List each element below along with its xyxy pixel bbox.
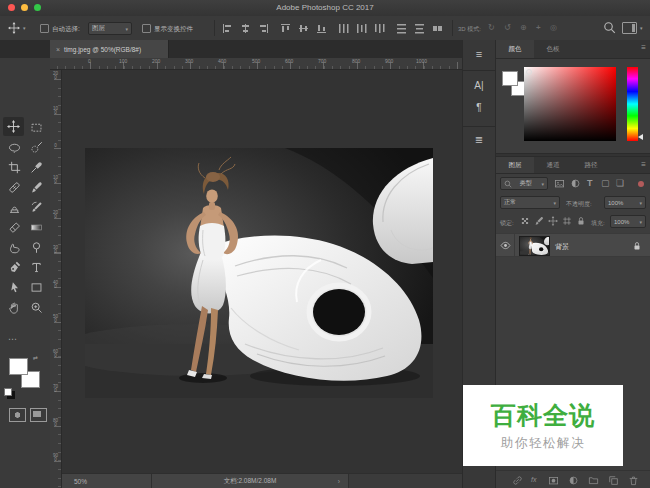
tab-color[interactable]: 颜色 — [496, 40, 534, 58]
brush-tool[interactable] — [26, 178, 46, 196]
filter-pixel-layers-icon[interactable] — [554, 178, 565, 189]
rectangular-marquee-tool[interactable] — [26, 118, 46, 136]
document-size-status[interactable]: 文档:2.08M/2.08M › — [152, 474, 349, 488]
zoom-level-field[interactable]: 50% — [62, 474, 152, 488]
screen-mode-icon[interactable] — [30, 408, 47, 422]
layer-name[interactable]: 背景 — [555, 242, 569, 252]
eraser-tool[interactable] — [4, 218, 24, 236]
dodge-tool[interactable] — [26, 238, 46, 256]
document-tab[interactable]: × timg.jpeg @ 50%(RGB/8#) — [50, 40, 169, 58]
layer-style-icon[interactable]: fx — [531, 476, 536, 483]
new-adjustment-layer-icon[interactable] — [568, 475, 579, 486]
rectangle-shape-tool[interactable] — [26, 278, 46, 296]
distribute-left-icon[interactable] — [338, 23, 349, 34]
document-image[interactable] — [85, 148, 433, 398]
lasso-tool[interactable] — [4, 138, 24, 156]
edit-toolbar-icon[interactable]: ⋯ — [8, 334, 17, 344]
zoom-tool[interactable] — [26, 298, 46, 316]
path-selection-tool[interactable] — [4, 278, 24, 296]
lock-position-icon[interactable] — [548, 216, 558, 226]
layer-visibility-toggle[interactable] — [496, 234, 515, 256]
tool-preset-chevron-icon[interactable]: ▾ — [23, 25, 26, 31]
align-bottom-edges-icon[interactable] — [316, 23, 327, 34]
new-layer-icon[interactable] — [608, 475, 619, 486]
tab-paths[interactable]: 路径 — [572, 157, 610, 173]
foreground-color-swatch-small[interactable] — [502, 71, 518, 86]
gradient-tool[interactable] — [26, 218, 46, 236]
type-tool[interactable] — [26, 258, 46, 276]
foreground-color-swatch[interactable] — [9, 358, 28, 375]
chevron-down-icon: ▾ — [553, 200, 556, 206]
canvas-area[interactable] — [62, 70, 462, 473]
hue-slider[interactable] — [627, 67, 638, 141]
auto-select-dropdown[interactable]: 图层 ▾ — [88, 22, 132, 35]
tab-channels[interactable]: 通道 — [534, 157, 572, 173]
filter-smart-objects-icon[interactable]: ❏ — [616, 178, 624, 188]
swap-colors-icon[interactable]: ⇄ — [33, 354, 38, 361]
clone-stamp-tool[interactable] — [4, 198, 24, 216]
align-horizontal-centers-icon[interactable] — [240, 23, 251, 34]
quick-mask-mode-icon[interactable] — [9, 408, 26, 422]
saturation-brightness-field[interactable] — [524, 67, 616, 141]
distribute-vertical-centers-icon[interactable] — [414, 23, 425, 34]
distribute-top-icon[interactable] — [396, 23, 407, 34]
paragraph-panel-icon[interactable]: ¶ — [463, 102, 495, 113]
status-chevron-icon[interactable]: › — [338, 478, 340, 485]
align-top-edges-icon[interactable] — [280, 23, 291, 34]
pen-tool[interactable] — [4, 258, 24, 276]
crop-tool[interactable] — [4, 158, 24, 176]
eyedropper-tool[interactable] — [26, 158, 46, 176]
tab-layers[interactable]: 图层 — [496, 157, 534, 173]
auto-select-checkbox[interactable] — [40, 24, 49, 33]
new-group-icon[interactable] — [588, 475, 599, 486]
libraries-panel-icon[interactable]: ≡ — [463, 48, 495, 60]
panel-menu-icon[interactable]: ≡ — [641, 43, 646, 52]
hand-tool[interactable] — [4, 298, 24, 316]
filter-type-layers-icon[interactable]: T — [587, 178, 593, 188]
default-colors-icon[interactable] — [4, 388, 12, 396]
distribute-spacing-icon[interactable] — [432, 23, 443, 34]
move-tool[interactable] — [3, 117, 24, 136]
lock-transparency-icon[interactable] — [520, 216, 530, 226]
layer-thumbnail[interactable] — [519, 236, 550, 256]
close-tab-icon[interactable]: × — [56, 46, 60, 53]
distribute-right-icon[interactable] — [374, 23, 385, 34]
history-brush-tool[interactable] — [26, 198, 46, 216]
spot-healing-brush-tool[interactable] — [4, 178, 24, 196]
workspace-chevron-icon[interactable]: ▾ — [640, 25, 643, 31]
align-vertical-centers-icon[interactable] — [298, 23, 309, 34]
delete-layer-icon[interactable] — [628, 475, 639, 486]
ruler-label: 300 — [185, 58, 193, 64]
character-panel-icon[interactable]: A| — [463, 80, 495, 91]
3d-scale-icon[interactable]: ◎ — [550, 23, 557, 32]
filter-adjustment-layers-icon[interactable] — [570, 178, 581, 189]
layer-row-background[interactable]: 背景 — [496, 233, 650, 257]
search-icon[interactable] — [603, 21, 616, 34]
layer-filter-toggle[interactable] — [638, 181, 644, 187]
panel-menu-icon[interactable]: ≡ — [641, 160, 646, 169]
distribute-horizontal-centers-icon[interactable] — [356, 23, 367, 34]
show-transform-checkbox[interactable] — [142, 24, 151, 33]
align-left-edges-icon[interactable] — [222, 23, 233, 34]
smudge-tool[interactable] — [4, 238, 24, 256]
link-layers-icon[interactable] — [512, 475, 523, 486]
layer-filter-type-dropdown[interactable]: 类型 ▾ — [500, 177, 548, 190]
opacity-dropdown[interactable]: 100% ▾ — [604, 196, 646, 209]
filter-shape-layers-icon[interactable]: ▢ — [601, 178, 610, 188]
3d-orbit-icon[interactable]: ↻ — [488, 23, 495, 32]
3d-slide-icon[interactable]: + — [536, 23, 541, 32]
quick-selection-tool[interactable] — [26, 138, 46, 156]
tab-swatches[interactable]: 色板 — [534, 40, 572, 58]
3d-roll-icon[interactable]: ↺ — [504, 23, 511, 32]
glyphs-panel-icon[interactable]: ≣ — [463, 134, 495, 145]
add-layer-mask-icon[interactable] — [548, 475, 559, 486]
lock-image-icon[interactable] — [534, 216, 544, 226]
lock-artboard-icon[interactable] — [562, 216, 572, 226]
3d-pan-icon[interactable]: ⊕ — [520, 23, 527, 32]
workspace-switcher-icon[interactable] — [622, 22, 637, 34]
lock-all-icon[interactable] — [576, 216, 586, 226]
fill-dropdown[interactable]: 100% ▾ — [610, 215, 646, 228]
blend-mode-dropdown[interactable]: 正常 ▾ — [500, 196, 560, 209]
hue-slider-pointer[interactable] — [638, 134, 643, 140]
align-right-edges-icon[interactable] — [258, 23, 269, 34]
